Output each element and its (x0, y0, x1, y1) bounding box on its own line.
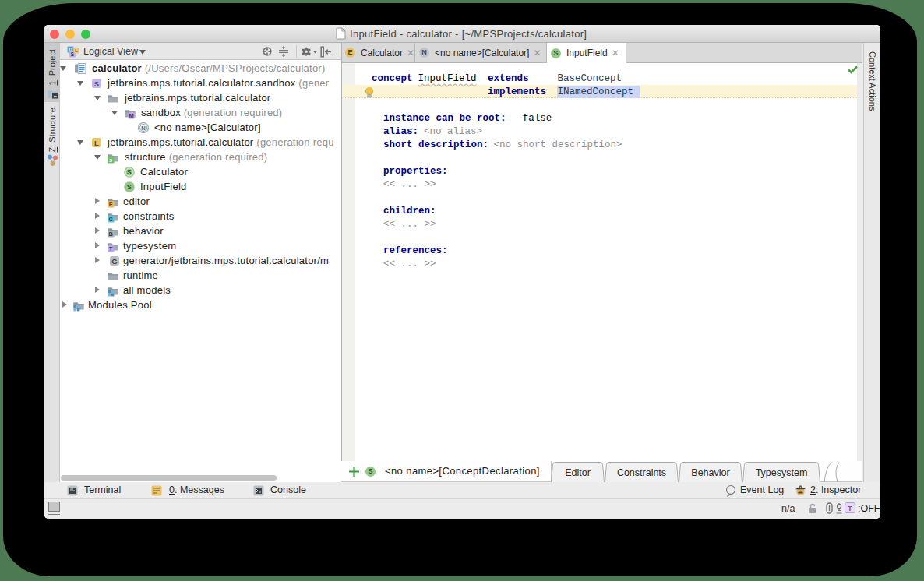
svg-text:S: S (127, 168, 132, 176)
svg-text:Editor: Editor (565, 467, 591, 478)
svg-text:Behavior: Behavior (691, 467, 729, 478)
svg-text:L: L (94, 138, 99, 146)
svg-text:S: S (94, 79, 100, 87)
svg-text:Constraints: Constraints (617, 467, 666, 478)
svg-text:B: B (109, 231, 114, 238)
svg-text:G: G (111, 256, 118, 265)
svg-text:N: N (141, 124, 146, 131)
svg-text:M: M (129, 112, 134, 119)
svg-text:Typesystem: Typesystem (756, 467, 808, 478)
svg-text:E: E (109, 201, 113, 208)
svg-text:S: S (127, 183, 132, 191)
svg-text:C: C (109, 216, 114, 223)
svg-text:s: s (109, 157, 112, 164)
svg-text:T: T (109, 245, 113, 252)
svg-text:L: L (75, 48, 78, 53)
